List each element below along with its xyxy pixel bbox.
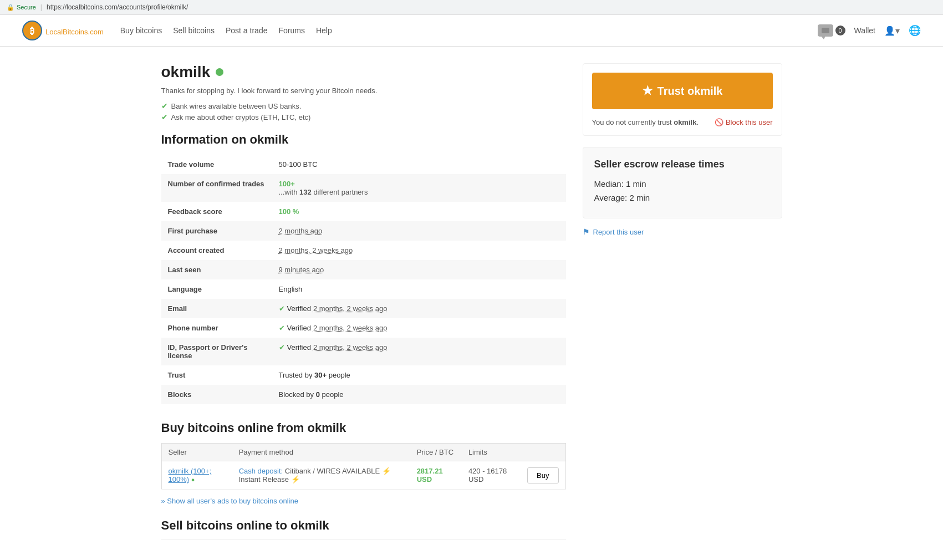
confirmed-trades-count: 100+ — [279, 180, 295, 188]
row-label: ID, Passport or Driver's license — [161, 338, 272, 365]
row-label: Trust — [161, 365, 272, 385]
lock-icon: 🔒 — [7, 4, 14, 11]
feedback-score: 100 % — [279, 207, 299, 216]
online-indicator — [216, 68, 223, 76]
user-dropdown-icon[interactable]: 👤▾ — [884, 26, 900, 36]
nav-post-trade[interactable]: Post a trade — [226, 26, 268, 35]
left-column: okmilk Thanks for stopping by. I look fo… — [161, 63, 566, 540]
table-row: Account created 2 months, 2 weeks ago — [161, 241, 566, 260]
table-row: Feedback score 100 % — [161, 202, 566, 221]
email-date: 2 months, 2 weeks ago — [313, 304, 388, 313]
col-limits: Limits — [462, 444, 521, 461]
row-value: 2 months, 2 weeks ago — [272, 241, 566, 260]
row-label: Number of confirmed trades — [161, 174, 272, 202]
feature-text-2: Ask me about other cryptos (ETH, LTC, et… — [171, 113, 311, 121]
trust-note: You do not currently trust okmilk. — [592, 118, 699, 126]
block-user-link[interactable]: 🚫 Block this user — [715, 118, 773, 126]
navbar: ₿ LocalBitcoins.com Buy bitcoins Sell bi… — [0, 15, 943, 47]
price-value: 2817.21 USD — [417, 467, 443, 483]
main-container: okmilk Thanks for stopping by. I look fo… — [139, 47, 804, 557]
flag-icon: ⚑ — [583, 227, 590, 236]
trade-table: Seller Payment method Price / BTC Limits… — [161, 443, 566, 490]
last-seen: 9 minutes ago — [279, 266, 324, 274]
phone-verified: ✔ Verified 2 months, 2 weeks ago — [279, 324, 559, 332]
svg-text:₿: ₿ — [30, 26, 34, 35]
trust-button[interactable]: ★ Trust okmilk — [592, 73, 773, 109]
profile-description: Thanks for stopping by. I look forward t… — [161, 86, 566, 95]
brand-name: LocalBitcoins.com — [45, 24, 104, 37]
payment-type-link[interactable]: Cash deposit: — [239, 467, 283, 475]
feature-2: ✔ Ask me about other cryptos (ETH, LTC, … — [161, 113, 566, 121]
seller-link[interactable]: okmilk (100+; 100%) — [169, 467, 212, 483]
profile-features: ✔ Bank wires available between US banks.… — [161, 101, 566, 121]
nav-forums[interactable]: Forums — [278, 26, 304, 35]
globe-icon[interactable]: 🌐 — [909, 24, 921, 37]
wallet-link[interactable]: Wallet — [854, 26, 875, 35]
trust-btn-text: ★ Trust okmilk — [603, 84, 762, 98]
url-bar[interactable]: https://localbitcoins.com/accounts/profi… — [47, 3, 188, 11]
row-label: Account created — [161, 241, 272, 260]
table-row: Phone number ✔ Verified 2 months, 2 week… — [161, 318, 566, 338]
row-label: Last seen — [161, 260, 272, 279]
row-label: Language — [161, 279, 272, 299]
chat-icon-wrapper[interactable]: 0 — [818, 24, 845, 37]
table-row: ID, Passport or Driver's license ✔ Verif… — [161, 338, 566, 365]
report-user-link[interactable]: ⚑ Report this user — [583, 227, 782, 236]
nav-help[interactable]: Help — [316, 26, 332, 35]
confirmed-trades-sub: ...with 132 different partners — [279, 188, 368, 196]
trade-table-header-row: Seller Payment method Price / BTC Limits — [161, 444, 565, 461]
trust-btn-label: Trust okmilk — [657, 85, 723, 98]
row-value: ✔ Verified 2 months, 2 weeks ago — [272, 299, 566, 318]
block-icon: 🚫 — [715, 118, 723, 126]
row-value: ✔ Verified 2 months, 2 weeks ago — [272, 338, 566, 365]
show-all-ads-link[interactable]: Show all user's ads to buy bitcoins onli… — [161, 497, 298, 505]
block-user-label: Block this user — [726, 118, 773, 126]
info-section-title: Information on okmilk — [161, 133, 566, 147]
trade-row: okmilk (100+; 100%) ● Cash deposit: Citi… — [161, 461, 565, 490]
chat-badge: 0 — [835, 26, 845, 35]
row-label: Email — [161, 299, 272, 318]
trade-seller: okmilk (100+; 100%) ● — [161, 461, 232, 490]
checkmark-icon-email: ✔ — [279, 304, 285, 313]
feature-text-1: Bank wires available between US banks. — [171, 102, 302, 110]
id-verified: ✔ Verified 2 months, 2 weeks ago — [279, 343, 559, 352]
secure-indicator: 🔒 Secure — [7, 4, 36, 11]
table-row: Trade volume 50-100 BTC — [161, 155, 566, 174]
row-label: First purchase — [161, 221, 272, 241]
nav-links: Buy bitcoins Sell bitcoins Post a trade … — [120, 26, 801, 35]
table-row: Email ✔ Verified 2 months, 2 weeks ago — [161, 299, 566, 318]
trade-payment: Cash deposit: Citibank / WIRES AVAILABLE… — [232, 461, 410, 490]
row-value: Trusted by 30+ people — [272, 365, 566, 385]
row-value: 9 minutes ago — [272, 260, 566, 279]
row-label: Phone number — [161, 318, 272, 338]
secure-label: Secure — [17, 4, 36, 11]
table-row: Blocks Blocked by 0 people — [161, 385, 566, 404]
row-label: Trade volume — [161, 155, 272, 174]
trade-price: 2817.21 USD — [410, 461, 462, 490]
checkmark-icon-2: ✔ — [161, 113, 168, 121]
table-row: Trust Trusted by 30+ people — [161, 365, 566, 385]
escrow-title: Seller escrow release times — [594, 159, 771, 170]
escrow-box: Seller escrow release times Median: 1 mi… — [583, 147, 782, 218]
phone-date: 2 months, 2 weeks ago — [313, 324, 388, 332]
checkmark-icon-id: ✔ — [279, 343, 285, 352]
nav-buy-bitcoins[interactable]: Buy bitcoins — [120, 26, 162, 35]
row-value: English — [272, 279, 566, 299]
chat-bubble-icon — [818, 24, 833, 37]
row-label: Feedback score — [161, 202, 272, 221]
col-price: Price / BTC — [410, 444, 462, 461]
nav-sell-bitcoins[interactable]: Sell bitcoins — [173, 26, 215, 35]
right-column: ★ Trust okmilk You do not currently trus… — [583, 63, 782, 540]
escrow-median: Median: 1 min — [594, 179, 771, 189]
buy-section-title: Buy bitcoins online from okmilk — [161, 421, 566, 435]
table-row: First purchase 2 months ago — [161, 221, 566, 241]
buy-button[interactable]: Buy — [527, 467, 558, 483]
email-verified: ✔ Verified 2 months, 2 weeks ago — [279, 304, 559, 313]
address-bar: 🔒 Secure | https://localbitcoins.com/acc… — [0, 0, 943, 15]
trust-container: ★ Trust okmilk You do not currently trus… — [583, 63, 782, 136]
report-label: Report this user — [593, 228, 644, 236]
brand-logo-link[interactable]: ₿ LocalBitcoins.com — [22, 21, 104, 40]
feature-1: ✔ Bank wires available between US banks. — [161, 101, 566, 110]
row-value: 50-100 BTC — [272, 155, 566, 174]
col-seller: Seller — [161, 444, 232, 461]
